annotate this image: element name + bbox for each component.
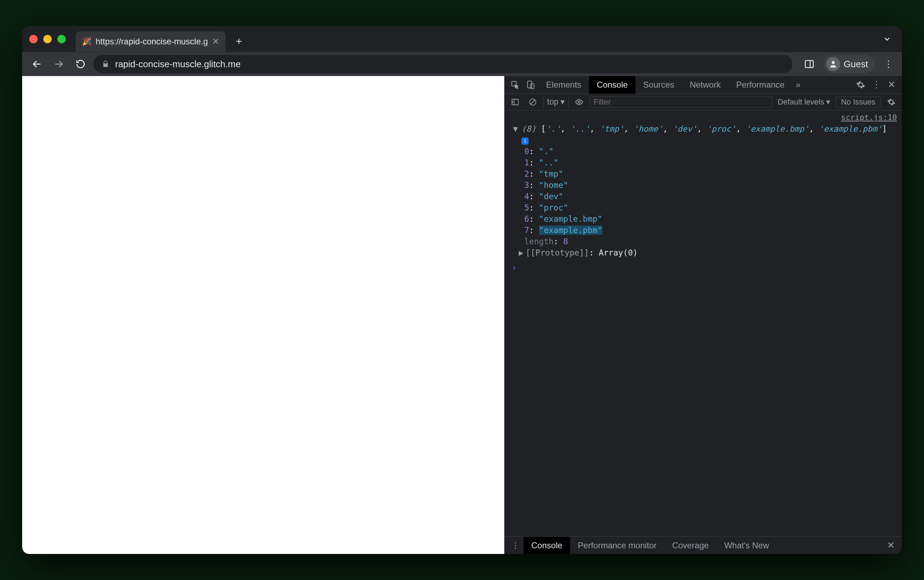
svg-point-12: [578, 101, 580, 103]
favicon-icon: 🎉: [82, 37, 92, 46]
drawer-tab-performance-monitor[interactable]: Performance monitor: [570, 537, 664, 554]
collapse-arrow-icon[interactable]: ▶: [519, 248, 524, 257]
console-prompt[interactable]: ›: [505, 262, 902, 273]
more-tabs-button[interactable]: »: [792, 80, 804, 90]
lock-icon: [102, 60, 109, 68]
inspect-element-button[interactable]: [507, 77, 523, 92]
new-tab-button[interactable]: ＋: [231, 33, 247, 49]
live-expression-button[interactable]: [572, 95, 586, 109]
console-sidebar-button[interactable]: [508, 95, 522, 109]
array-item[interactable]: 6: "example.bmp": [524, 213, 902, 224]
array-item[interactable]: 3: "home": [524, 180, 902, 191]
log-levels-selector[interactable]: Default levels▾: [776, 97, 832, 107]
device-toolbar-button[interactable]: [523, 77, 538, 92]
drawer-tab-console[interactable]: Console: [524, 537, 570, 554]
source-link[interactable]: script.js:10: [505, 112, 902, 123]
filter-input[interactable]: [590, 96, 772, 108]
reload-button[interactable]: [71, 55, 90, 73]
profile-button[interactable]: Guest: [824, 55, 875, 73]
array-item[interactable]: 4: "dev": [524, 191, 902, 202]
window-controls: [29, 35, 66, 43]
issues-button[interactable]: No Issues: [836, 96, 881, 108]
back-button[interactable]: [28, 55, 46, 73]
svg-point-4: [832, 61, 835, 64]
clear-console-button[interactable]: [526, 95, 540, 109]
array-item[interactable]: 2: "tmp": [524, 168, 902, 180]
browser-tab[interactable]: 🎉 https://rapid-concise-muscle.g ✕: [76, 31, 225, 52]
expand-arrow-icon[interactable]: ▼: [513, 123, 521, 134]
avatar-icon: [826, 57, 840, 71]
array-item[interactable]: 5: "proc": [524, 202, 902, 213]
minimize-window-button[interactable]: [43, 35, 52, 43]
page-viewport[interactable]: [22, 76, 504, 554]
omnibox[interactable]: rapid-concise-muscle.glitch.me: [93, 55, 792, 73]
array-length-row: length: 8: [505, 236, 902, 247]
svg-rect-6: [528, 81, 532, 88]
tab-bar: 🎉 https://rapid-concise-muscle.g ✕ ＋: [22, 26, 902, 52]
devtools-tab-bar: Elements Console Sources Network Perform…: [505, 76, 902, 94]
drawer-tab-coverage[interactable]: Coverage: [664, 537, 717, 554]
tab-title: https://rapid-concise-muscle.g: [96, 36, 208, 46]
close-drawer-button[interactable]: ✕: [883, 540, 899, 551]
array-item[interactable]: 0: ".": [524, 146, 902, 157]
prototype-row[interactable]: ▶[[Prototype]]: Array(0): [505, 247, 902, 258]
drawer-tab-whats-new[interactable]: What's New: [717, 537, 776, 554]
svg-rect-2: [805, 61, 813, 68]
drawer-menu-button[interactable]: ⋮: [507, 541, 524, 550]
devtools-menu-button[interactable]: ⋮: [869, 77, 884, 92]
svg-line-11: [531, 100, 535, 104]
address-bar: rapid-concise-muscle.glitch.me Guest ⋮: [22, 52, 902, 76]
content-area: Elements Console Sources Network Perform…: [22, 76, 902, 554]
profile-label: Guest: [844, 59, 868, 70]
context-selector[interactable]: top▾: [543, 96, 569, 108]
close-tab-button[interactable]: ✕: [212, 36, 219, 46]
forward-button[interactable]: [49, 55, 68, 73]
devtools-drawer: ⋮ Console Performance monitor Coverage W…: [505, 536, 902, 554]
array-item[interactable]: 1: "..": [524, 157, 902, 168]
console-toolbar: top▾ Default levels▾ No Issues: [505, 94, 902, 110]
tab-elements[interactable]: Elements: [538, 76, 589, 94]
browser-window: 🎉 https://rapid-concise-muscle.g ✕ ＋ rap…: [22, 26, 902, 554]
browser-menu-button[interactable]: ⋮: [881, 56, 896, 72]
maximize-window-button[interactable]: [58, 35, 66, 43]
log-array-summary[interactable]: ▼ (8) ['.', '..', 'tmp', 'home', 'dev', …: [505, 123, 902, 134]
settings-button[interactable]: [853, 80, 869, 89]
tab-network[interactable]: Network: [682, 76, 728, 94]
toolbar-right: Guest ⋮: [802, 55, 896, 73]
array-items: 0: "."1: ".."2: "tmp"3: "home"4: "dev"5:…: [505, 146, 902, 236]
console-settings-button[interactable]: [884, 95, 898, 109]
tab-console[interactable]: Console: [589, 76, 635, 94]
tab-performance[interactable]: Performance: [728, 76, 792, 94]
url-text: rapid-concise-muscle.glitch.me: [115, 59, 241, 70]
tabs-dropdown-button[interactable]: [883, 35, 891, 43]
tab-sources[interactable]: Sources: [635, 76, 682, 94]
info-badge-icon[interactable]: i: [521, 138, 528, 145]
console-output[interactable]: script.js:10 ▼ (8) ['.', '..', 'tmp', 'h…: [505, 110, 902, 536]
array-item[interactable]: 7: "example.pbm": [524, 224, 902, 236]
close-window-button[interactable]: [29, 35, 38, 43]
side-panel-button[interactable]: [802, 56, 817, 72]
devtools-panel: Elements Console Sources Network Perform…: [504, 76, 902, 554]
close-devtools-button[interactable]: ✕: [884, 79, 899, 90]
